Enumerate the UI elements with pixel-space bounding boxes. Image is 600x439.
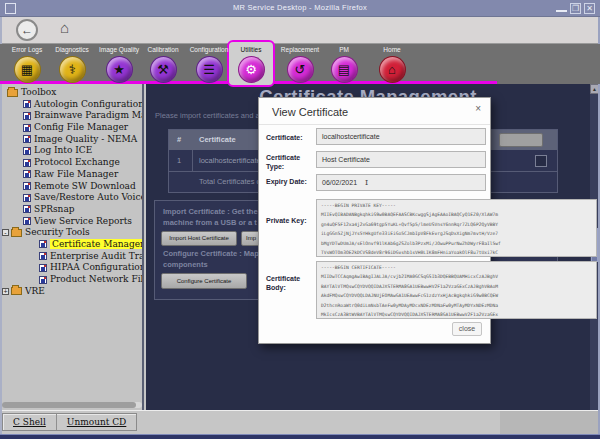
tree-item-hipaa-configuration[interactable]: HIPAA Configuration xyxy=(0,262,142,274)
tool-icon xyxy=(23,135,31,143)
tool-icon xyxy=(23,159,31,167)
tree-item-log-into-ice[interactable]: Log Into ICE xyxy=(0,145,142,157)
dialog-divider xyxy=(259,124,490,125)
tree-item-vre[interactable]: +VRE xyxy=(0,286,142,298)
dialog-close-button[interactable]: close xyxy=(452,322,482,336)
tool-icon xyxy=(23,170,31,178)
tab-error-logs[interactable]: Error Logs▦ xyxy=(4,46,50,83)
certificate-field[interactable]: localhostcertificate xyxy=(316,128,486,145)
tool-icon xyxy=(23,205,31,213)
home-icon[interactable]: ⌂ xyxy=(60,19,69,36)
window-title: MR Service Desktop - Mozilla Firefox xyxy=(0,3,600,12)
utilities-icon[interactable]: ⚙ xyxy=(238,56,265,83)
browser-toolbar: ← ⌂ xyxy=(0,17,600,44)
cell-divider xyxy=(192,150,193,172)
folder-open-icon xyxy=(7,89,18,97)
calibration-icon[interactable]: ⚒ xyxy=(150,56,177,83)
scrollbar-thumb[interactable] xyxy=(2,402,136,408)
tool-icon xyxy=(23,147,31,155)
certificate-name-cell: localhostcertificate xyxy=(199,150,261,172)
tool-icon xyxy=(23,124,31,132)
import-host-certificate-button[interactable]: Import Host Certificate xyxy=(161,231,237,246)
tree-item-config-file-manager[interactable]: Config File Manager xyxy=(0,122,142,134)
dialog-close-icon[interactable]: × xyxy=(475,103,481,114)
tree-item-remote-sw-download[interactable]: Remote SW Download xyxy=(0,181,142,193)
tab-home[interactable]: Home⌂ xyxy=(369,46,415,83)
tree-item-enterprise-audit-trail[interactable]: Enterprise Audit Trail xyxy=(0,251,142,263)
maximize-button[interactable]: ❐ xyxy=(570,3,581,14)
collapse-icon[interactable]: - xyxy=(2,229,9,236)
import-instructions-line2: machine from a USB or a t xyxy=(163,218,257,227)
view-certificate-dialog: View Certificate × Certificate: localhos… xyxy=(258,97,491,344)
tree-item-image-quality-nema[interactable]: Image Quality - NEMA xyxy=(0,134,142,146)
row-number-cell: 1 xyxy=(177,150,181,172)
tree-item-raw-file-manager[interactable]: Raw File Manager xyxy=(0,169,142,181)
tree-item-security-tools[interactable]: -Security Tools xyxy=(0,227,142,239)
private-key-label: Private Key: xyxy=(266,216,316,225)
tree-item-protocol-exchange[interactable]: Protocol Exchange xyxy=(0,157,142,169)
tab-pm[interactable]: PM▤ xyxy=(321,46,367,83)
tab-replacement[interactable]: Replacement↺ xyxy=(277,46,323,83)
error-logs-icon[interactable]: ▦ xyxy=(14,56,41,83)
table-header-button[interactable] xyxy=(499,133,543,147)
status-bar-segment xyxy=(500,411,598,435)
certificate-label: Certificate: xyxy=(266,133,316,142)
certificate-body-label: Certificate Body: xyxy=(266,274,316,292)
back-button[interactable]: ← xyxy=(16,19,38,41)
tree-item-certificate-management[interactable]: Certificate Management xyxy=(0,239,142,251)
c-shell-button[interactable]: C Shell xyxy=(3,414,57,430)
configuration-icon[interactable]: ☰ xyxy=(196,56,223,83)
unmount-cd-button[interactable]: Unmount CD xyxy=(57,414,137,430)
folder-open-icon xyxy=(11,229,22,237)
tab-image-quality[interactable]: Image Quality★ xyxy=(96,46,142,83)
expiry-date-field[interactable]: 06/02/2021I xyxy=(316,174,486,191)
tree-item-toolbox[interactable]: Toolbox xyxy=(0,87,142,99)
tree-item-autologin-configuration[interactable]: Autologin Configuration xyxy=(0,99,142,111)
tab-calibration[interactable]: Calibration⚒ xyxy=(140,46,186,83)
tool-icon xyxy=(39,264,47,272)
tool-icon xyxy=(23,182,31,190)
tool-icon xyxy=(23,194,31,202)
text-cursor: I xyxy=(365,178,368,187)
tree-item-brainwave-paradigm-manager[interactable]: Brainwave Paradigm Manager xyxy=(0,110,142,122)
replacement-icon[interactable]: ↺ xyxy=(287,56,314,83)
close-window-button[interactable]: ✕ xyxy=(584,3,595,14)
diagnostics-icon[interactable]: ⚕ xyxy=(59,56,86,83)
selected-tree-label: Certificate Management xyxy=(50,239,144,249)
window-titlebar: MR Service Desktop - Mozilla Firefox ❐ ✕ xyxy=(0,0,600,17)
configure-instructions-line1: Configure Certificate : Map xyxy=(163,249,259,258)
expand-icon[interactable]: + xyxy=(2,288,9,295)
tree-item-sprsnap[interactable]: SPRsnap xyxy=(0,204,142,216)
page-intro-text: Please import certificates and a xyxy=(155,111,260,120)
row-checkbox[interactable] xyxy=(535,155,547,167)
navigation-tree: Toolbox Autologin Configuration Brainwav… xyxy=(0,84,144,410)
tree-item-view-service-reports[interactable]: View Service Reports xyxy=(0,216,142,228)
tool-icon xyxy=(39,252,47,260)
sidebar-horizontal-scrollbar[interactable] xyxy=(2,402,142,408)
minimize-button[interactable] xyxy=(556,3,567,12)
certificate-type-label: Certificate Type: xyxy=(266,153,316,171)
image-quality-icon[interactable]: ★ xyxy=(106,56,133,83)
tree-item-product-network-filter[interactable]: Product Network Filter xyxy=(0,274,142,286)
home-tab-icon[interactable]: ⌂ xyxy=(379,56,406,83)
configure-instructions-line2: components xyxy=(163,260,208,269)
tab-utilities[interactable]: Utilities⚙ xyxy=(228,46,274,83)
certificate-type-field[interactable]: Host Certificate xyxy=(316,151,486,168)
tab-configuration[interactable]: Configuration☰ xyxy=(186,46,232,83)
private-key-field[interactable]: -----BEGIN PRIVATE KEY----- MIIEvQIBADAN… xyxy=(316,199,597,257)
window-bottom-edge xyxy=(0,434,600,439)
tool-icon xyxy=(39,240,47,248)
tree-item-save-restore-auto-voice-files[interactable]: Save/Restore Auto Voice Files xyxy=(0,192,142,204)
status-button-group: C Shell Unmount CD xyxy=(2,413,137,431)
tool-icon xyxy=(23,100,31,108)
folder-closed-icon xyxy=(11,287,22,295)
configure-certificate-button[interactable]: Configure Certificate xyxy=(161,273,247,289)
tab-diagnostics[interactable]: Diagnostics⚕ xyxy=(49,46,95,83)
pm-icon[interactable]: ▤ xyxy=(331,56,358,83)
tool-icon xyxy=(23,217,31,225)
ribbon-tab-bar: Error Logs▦ Diagnostics⚕ Image Quality★ … xyxy=(0,44,600,84)
certificate-body-field[interactable]: -----BEGIN CERTIFICATE----- MIIDwTCCAqmg… xyxy=(316,261,597,319)
column-header-number: # xyxy=(177,130,181,150)
tool-icon xyxy=(23,112,31,120)
tool-icon xyxy=(39,276,47,284)
